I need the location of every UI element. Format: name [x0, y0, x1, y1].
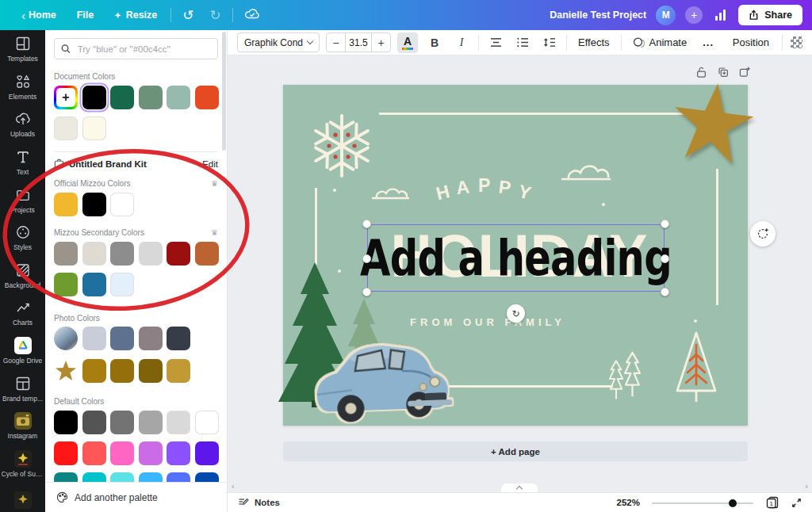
- magic-recommendations-button[interactable]: [750, 221, 776, 246]
- resize-handle-bottom-left[interactable]: [362, 288, 371, 296]
- zoom-slider[interactable]: [652, 498, 753, 507]
- sidebar-item-projects[interactable]: Projects: [0, 181, 45, 219]
- color-swatch[interactable]: [139, 242, 163, 266]
- position-button[interactable]: Position: [728, 36, 774, 48]
- color-swatch[interactable]: [110, 359, 134, 383]
- color-swatch[interactable]: [110, 86, 134, 109]
- increase-font-button[interactable]: +: [372, 33, 390, 52]
- add-member-button[interactable]: +: [685, 6, 703, 24]
- color-swatch[interactable]: [167, 242, 190, 266]
- sidebar-item-background[interactable]: Background: [0, 257, 45, 295]
- italic-button[interactable]: I: [451, 32, 472, 53]
- color-swatch[interactable]: [54, 441, 78, 465]
- collapse-panel-tab[interactable]: [501, 483, 538, 492]
- avatar[interactable]: M: [656, 6, 676, 25]
- home-button[interactable]: ‹ Home: [11, 0, 67, 30]
- panel-scrollbar[interactable]: [222, 32, 226, 151]
- color-swatch[interactable]: [139, 441, 163, 465]
- font-family-select[interactable]: Graphik Cond: [237, 32, 320, 52]
- canvas-page[interactable]: HAPPY HOLIDAY: [283, 85, 748, 426]
- color-swatch[interactable]: [110, 242, 134, 266]
- share-button[interactable]: Share: [738, 5, 802, 25]
- color-swatch[interactable]: [139, 411, 163, 434]
- bullet-list-button[interactable]: [512, 32, 533, 53]
- color-swatch[interactable]: [82, 273, 106, 296]
- notes-button[interactable]: Notes: [238, 497, 280, 508]
- color-swatch[interactable]: [195, 86, 219, 109]
- heading-text[interactable]: Add a heading: [360, 234, 672, 283]
- resize-handle-bottom-right[interactable]: [661, 288, 669, 296]
- zoom-slider-knob[interactable]: [729, 499, 737, 507]
- color-swatch[interactable]: [54, 411, 78, 434]
- sidebar-item-text[interactable]: Text: [0, 143, 45, 181]
- text-color-button[interactable]: A: [397, 32, 418, 53]
- happy-text[interactable]: HAPPY: [228, 175, 748, 197]
- color-swatch[interactable]: [82, 327, 106, 350]
- color-swatch[interactable]: [195, 441, 219, 465]
- color-search-input[interactable]: [76, 44, 211, 55]
- color-swatch[interactable]: [195, 411, 219, 434]
- scroll-right-arrow[interactable]: ›: [805, 481, 808, 491]
- color-swatch[interactable]: [167, 327, 190, 350]
- color-swatch[interactable]: [139, 359, 163, 383]
- bold-button[interactable]: B: [424, 32, 445, 53]
- insights-icon[interactable]: [712, 10, 729, 21]
- add-page-icon[interactable]: [737, 65, 751, 79]
- lock-icon[interactable]: [695, 65, 708, 79]
- color-swatch[interactable]: [82, 441, 106, 465]
- sidebar-item-elements[interactable]: Elements: [0, 68, 45, 106]
- color-swatch[interactable]: [82, 86, 106, 109]
- color-swatch[interactable]: [54, 117, 78, 140]
- outline-tree-small-graphic[interactable]: [608, 357, 624, 402]
- resize-handle-right[interactable]: [661, 254, 669, 263]
- sidebar-item-templates[interactable]: Templates: [0, 30, 45, 68]
- color-swatch[interactable]: [110, 273, 134, 296]
- from-family-text[interactable]: FROM OUR FAMILY: [228, 316, 748, 328]
- star-graphic[interactable]: [667, 77, 759, 170]
- color-swatch[interactable]: [82, 117, 106, 140]
- color-search-box[interactable]: [54, 38, 218, 59]
- transparency-button[interactable]: [791, 36, 802, 48]
- add-palette-button[interactable]: Add another palette: [45, 482, 227, 512]
- color-swatch[interactable]: [82, 411, 106, 434]
- color-swatch[interactable]: [110, 411, 134, 434]
- color-swatch[interactable]: [82, 359, 106, 383]
- color-swatch[interactable]: [82, 193, 106, 216]
- add-page-button[interactable]: + Add page: [283, 441, 748, 461]
- file-menu-button[interactable]: File: [67, 0, 105, 30]
- sidebar-item-app[interactable]: [0, 483, 45, 512]
- more-options-button[interactable]: ...: [698, 36, 718, 48]
- car-photo-thumb[interactable]: [54, 327, 78, 350]
- snowflake-graphic[interactable]: [305, 109, 378, 182]
- sidebar-item-google-drive[interactable]: Google Drive: [0, 332, 45, 370]
- page-count-button[interactable]: 1: [765, 495, 779, 510]
- animate-button[interactable]: Animate: [628, 36, 692, 48]
- color-swatch[interactable]: [54, 193, 78, 216]
- undo-button[interactable]: ↺: [174, 7, 201, 24]
- color-swatch[interactable]: [167, 86, 190, 109]
- color-swatch[interactable]: [195, 242, 219, 266]
- line-spacing-button[interactable]: [539, 32, 560, 53]
- project-title[interactable]: Danielle Test Project: [550, 10, 646, 21]
- sidebar-item-brand-temp[interactable]: Brand temp...: [0, 369, 45, 407]
- sidebar-item-uploads[interactable]: Uploads: [0, 105, 45, 143]
- car-photo-sticker[interactable]: [304, 323, 459, 427]
- color-swatch[interactable]: [167, 411, 190, 434]
- color-swatch[interactable]: [110, 441, 134, 465]
- edit-brand-kit-link[interactable]: Edit: [202, 159, 218, 169]
- color-swatch[interactable]: [139, 86, 163, 109]
- rotate-handle[interactable]: ↻: [507, 304, 525, 323]
- scroll-left-arrow[interactable]: ‹: [232, 481, 235, 491]
- resize-handle-top-right[interactable]: [661, 220, 669, 228]
- text-align-button[interactable]: [485, 32, 506, 53]
- resize-button[interactable]: ✦ Resize: [104, 0, 167, 30]
- color-swatch[interactable]: [54, 242, 78, 266]
- resize-handle-left[interactable]: [362, 254, 371, 263]
- color-swatch[interactable]: [110, 193, 134, 216]
- sidebar-item-charts[interactable]: Charts: [0, 294, 45, 332]
- color-swatch[interactable]: [82, 242, 106, 266]
- sidebar-item-styles[interactable]: Styles: [0, 219, 45, 257]
- decrease-font-button[interactable]: −: [327, 33, 345, 52]
- effects-button[interactable]: Effects: [573, 36, 615, 48]
- resize-handle-top-left[interactable]: [362, 220, 371, 228]
